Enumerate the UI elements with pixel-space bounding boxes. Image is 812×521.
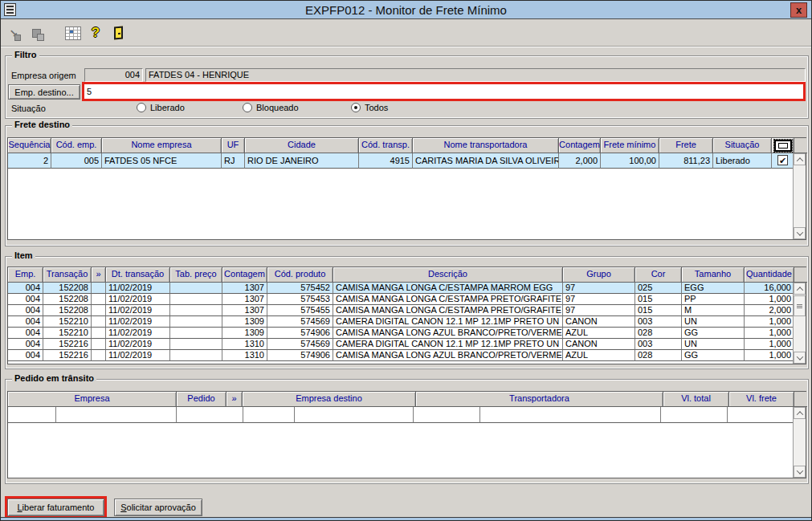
table-cell xyxy=(661,407,728,423)
table-cell xyxy=(92,294,106,305)
table-cell: CAMISA MANGA LONG AZUL BRANCO/PRETO/VERM… xyxy=(333,328,563,339)
table-row[interactable]: 00415221611/02/20191310574906CAMISA MANG… xyxy=(8,350,806,361)
grid-icon[interactable] xyxy=(63,23,83,43)
send-to-back-icon[interactable]: ↘ xyxy=(4,23,23,43)
scroll-down-button[interactable] xyxy=(794,227,806,239)
table-row[interactable]: 00415221011/02/20191309574569CAMERA DIGI… xyxy=(8,316,806,328)
table-cell xyxy=(170,350,222,361)
table-cell: 575452 xyxy=(267,283,333,294)
table-cell: 11/02/2019 xyxy=(106,283,170,294)
column-header[interactable]: Vl. total xyxy=(663,392,729,407)
column-header[interactable]: Tamanho xyxy=(682,267,745,283)
table-cell: CANON xyxy=(563,339,635,350)
column-header-chevrons[interactable]: » xyxy=(92,267,106,283)
frete-destino-header-row: Sequência Cód. emp. Nome empresa UF Cida… xyxy=(8,138,806,153)
emp-destino-button[interactable]: Emp. destino... xyxy=(8,84,80,100)
column-header[interactable]: Sequência xyxy=(8,138,51,153)
window-bottom-border xyxy=(1,517,811,520)
column-header[interactable]: Frete xyxy=(659,138,713,153)
frete-destino-table: Sequência Cód. emp. Nome empresa UF Cida… xyxy=(7,137,806,240)
column-header[interactable]: Descrição xyxy=(333,267,563,283)
cascade-windows-icon[interactable] xyxy=(27,23,46,43)
table-row[interactable]: 2005FATDES 05 NFCERJRIO DE JANEIRO4915CA… xyxy=(8,153,806,169)
table-row[interactable]: 00415220811/02/20191307575452CAMISA MANG… xyxy=(8,283,806,294)
column-header[interactable]: UF xyxy=(222,138,245,153)
item-body: 00415220811/02/20191307575452CAMISA MANG… xyxy=(8,283,806,361)
table-cell: 2,000 xyxy=(559,153,601,169)
column-header[interactable]: Empresa destino xyxy=(243,392,416,407)
table-row[interactable]: 00415220811/02/20191307575453CAMISA MANG… xyxy=(8,294,806,305)
column-header[interactable]: Emp. xyxy=(8,267,43,283)
radio-liberado[interactable]: Liberado xyxy=(137,103,185,112)
scrollbar-thumb[interactable] xyxy=(794,295,806,316)
table-cell: 1307 xyxy=(222,294,267,305)
empresa-origem-code-field: 004 xyxy=(84,68,143,82)
table-cell: GG xyxy=(682,350,745,361)
table-cell xyxy=(92,283,106,294)
liberar-faturamento-button[interactable]: Liberar faturamento xyxy=(7,499,104,516)
column-header[interactable]: Cor xyxy=(635,267,682,283)
table-cell: GG xyxy=(682,328,745,339)
select-all-header[interactable] xyxy=(772,138,794,153)
scroll-down-button[interactable] xyxy=(794,352,806,364)
column-header[interactable]: Situação xyxy=(713,138,772,153)
table-cell xyxy=(728,407,794,423)
scroll-down-button[interactable] xyxy=(794,466,806,478)
column-header[interactable]: Contagem xyxy=(222,267,267,283)
column-header[interactable]: Dt. transação xyxy=(106,267,170,283)
vertical-scrollbar[interactable] xyxy=(793,283,806,364)
column-header[interactable]: Transportadora xyxy=(416,392,663,407)
header-filler xyxy=(794,267,807,283)
table-cell: CAMISA MANGA LONGA C/ESTAMPA MARROM EGG xyxy=(333,283,563,294)
table-cell: PP xyxy=(682,294,745,305)
select-all-icon[interactable] xyxy=(774,140,792,152)
column-header[interactable]: Empresa xyxy=(8,392,177,407)
column-header[interactable]: Cód. emp. xyxy=(51,138,102,153)
table-cell xyxy=(170,316,222,328)
table-cell: 11/02/2019 xyxy=(106,294,170,305)
scroll-up-button[interactable] xyxy=(794,153,806,165)
table-cell: 11/02/2019 xyxy=(106,328,170,339)
column-header[interactable]: Cidade xyxy=(245,138,359,153)
scroll-up-button[interactable] xyxy=(794,407,806,419)
column-header[interactable]: Cód. transp. xyxy=(359,138,413,153)
table-row[interactable]: 00415221011/02/20191309574906CAMISA MANG… xyxy=(8,328,806,339)
radio-dot[interactable] xyxy=(243,103,252,112)
column-header[interactable]: Cód. produto xyxy=(267,267,333,283)
column-header[interactable]: Grupo xyxy=(563,267,635,283)
column-header[interactable]: Vl. frete xyxy=(729,392,794,407)
help-icon[interactable]: ? xyxy=(86,23,105,43)
table-cell: 1,000 xyxy=(745,339,794,350)
vertical-scrollbar[interactable] xyxy=(793,153,806,239)
radio-dot[interactable] xyxy=(137,103,146,112)
exit-door-icon[interactable] xyxy=(108,23,128,43)
header-filler xyxy=(794,138,807,153)
column-header[interactable]: Tab. preço xyxy=(170,267,222,283)
column-header[interactable]: Pedido xyxy=(177,392,226,407)
column-header[interactable]: Quantidade xyxy=(745,267,794,283)
row-checkbox[interactable]: ✔ xyxy=(777,155,788,165)
table-cell: 4915 xyxy=(359,153,413,169)
radio-dot[interactable] xyxy=(351,103,361,112)
scroll-up-button[interactable] xyxy=(794,283,806,295)
table-row[interactable]: 00415220811/02/20191307575455CAMISA MANG… xyxy=(8,305,806,316)
emp-destino-input[interactable] xyxy=(84,84,803,99)
column-header[interactable]: Contagem xyxy=(559,138,601,153)
solicitar-aprovacao-button[interactable]: Solicitar aprovação xyxy=(114,499,202,516)
table-row[interactable]: 00415221611/02/20191310574569CAMERA DIGI… xyxy=(8,339,806,350)
close-button[interactable]: x xyxy=(790,2,807,18)
row-checkbox-cell[interactable]: ✔ xyxy=(772,153,794,169)
table-row[interactable] xyxy=(8,407,806,423)
table-cell: 1309 xyxy=(222,328,267,339)
column-header[interactable]: Nome empresa xyxy=(102,138,222,153)
column-header[interactable]: Nome transportadora xyxy=(413,138,559,153)
table-cell: 1307 xyxy=(222,305,267,316)
column-header[interactable]: Transação xyxy=(43,267,92,283)
toolbar: ↘ ? xyxy=(1,20,811,47)
column-header[interactable]: Frete mínimo xyxy=(601,138,659,153)
table-cell xyxy=(170,305,222,316)
vertical-scrollbar[interactable] xyxy=(793,407,806,478)
radio-bloqueado[interactable]: Bloqueado xyxy=(243,103,299,112)
radio-todos[interactable]: Todos xyxy=(351,103,388,112)
column-header-chevrons[interactable]: » xyxy=(226,392,243,407)
